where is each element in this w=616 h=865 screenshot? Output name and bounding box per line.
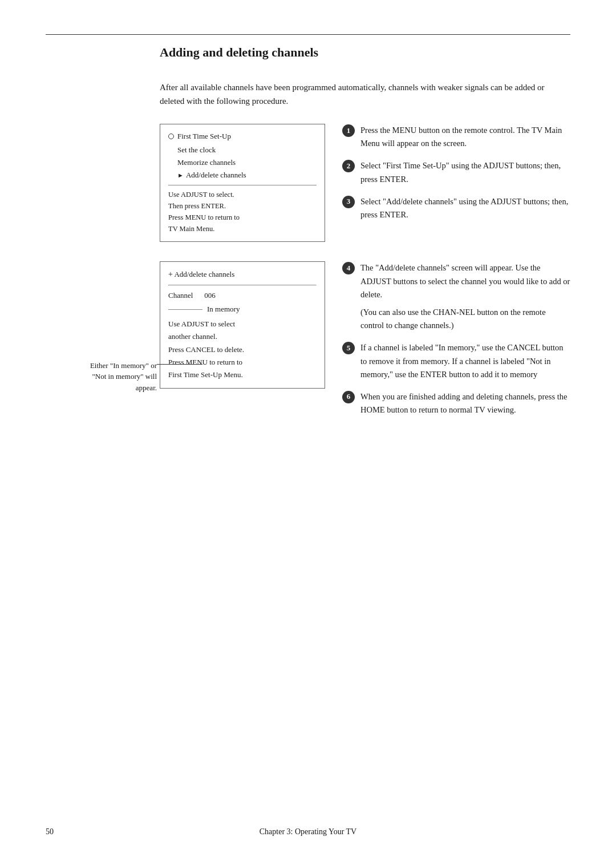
screen1-box: First Time Set-Up Set the clock Memorize… bbox=[160, 124, 325, 242]
screen2-box: + Add/delete channels Channel 006 In mem… bbox=[160, 261, 325, 388]
arrow-icon: ► bbox=[177, 170, 184, 181]
page-title: Adding and deleting channels bbox=[160, 45, 570, 60]
screen1-instructions: Use ADJUST to select. Then press ENTER. … bbox=[168, 189, 317, 235]
step-text-6: When you are finished adding and deletin… bbox=[360, 390, 570, 417]
menu-item-add-delete: ► Add/delete channels bbox=[168, 169, 317, 181]
memory-line bbox=[168, 309, 202, 310]
section-2: + Add/delete channels Channel 006 In mem… bbox=[160, 261, 570, 426]
step-text-5: If a channel is labeled "In memory," use… bbox=[360, 341, 570, 381]
memory-row: In memory bbox=[168, 303, 317, 316]
annotation-wrapper: + Add/delete channels Channel 006 In mem… bbox=[160, 261, 325, 388]
step-text-4: The "Add/delete channels" screen will ap… bbox=[360, 261, 570, 332]
step-5: 5 If a channel is labeled "In memory," u… bbox=[342, 341, 570, 381]
footer-center: Chapter 3: Operating Your TV bbox=[260, 827, 356, 836]
annotation-text: Either "In memory" or"Not in memory" wil… bbox=[71, 360, 157, 394]
content-area: Adding and deleting channels After all a… bbox=[160, 45, 570, 442]
page-number: 50 bbox=[46, 827, 54, 836]
box-divider bbox=[168, 285, 317, 286]
top-rule bbox=[46, 34, 570, 35]
screen2-instructions: Use ADJUST to select another channel. Pr… bbox=[168, 318, 317, 381]
menu-item-set-clock: Set the clock bbox=[168, 144, 317, 156]
screen1-title: First Time Set-Up bbox=[168, 130, 317, 143]
step-4: 4 The "Add/delete channels" screen will … bbox=[342, 261, 570, 332]
screen1-column: First Time Set-Up Set the clock Memorize… bbox=[160, 124, 325, 245]
screen2-title: + Add/delete channels bbox=[168, 268, 317, 281]
annotation-line bbox=[157, 364, 202, 365]
step-2: 2 Select "First Time Set-Up" using the A… bbox=[342, 159, 570, 185]
step-text-3: Select "Add/delete channels" using the A… bbox=[360, 195, 570, 221]
section-1: First Time Set-Up Set the clock Memorize… bbox=[160, 124, 570, 245]
step-1: 1 Press the MENU button on the remote co… bbox=[342, 124, 570, 150]
step-num-5: 5 bbox=[342, 342, 355, 354]
step-6: 6 When you are finished adding and delet… bbox=[342, 390, 570, 417]
chapter-label: Chapter 3: Operating Your TV bbox=[260, 827, 356, 836]
step-3: 3 Select "Add/delete channels" using the… bbox=[342, 195, 570, 221]
screen2-column: + Add/delete channels Channel 006 In mem… bbox=[160, 261, 325, 426]
step-num-2: 2 bbox=[342, 160, 355, 172]
menu-item-memorize: Memorize channels bbox=[168, 156, 317, 169]
step-num-3: 3 bbox=[342, 196, 355, 208]
page: Adding and deleting channels After all a… bbox=[0, 0, 616, 865]
steps-4-6: 4 The "Add/delete channels" screen will … bbox=[342, 261, 570, 426]
intro-paragraph: After all available channels have been p… bbox=[160, 80, 548, 108]
channel-row: Channel 006 bbox=[168, 289, 317, 302]
screen2-with-annotation: + Add/delete channels Channel 006 In mem… bbox=[160, 261, 325, 388]
circle-icon bbox=[168, 134, 174, 139]
step-text-1: Press the MENU button on the remote cont… bbox=[360, 124, 570, 150]
step-num-6: 6 bbox=[342, 391, 355, 403]
step-4-note: (You can also use the CHAN-NEL button on… bbox=[360, 306, 570, 332]
step-num-4: 4 bbox=[342, 262, 355, 274]
divider-line bbox=[168, 185, 317, 185]
steps-1-3: 1 Press the MENU button on the remote co… bbox=[342, 124, 570, 245]
step-text-2: Select "First Time Set-Up" using the ADJ… bbox=[360, 159, 570, 185]
step-num-1: 1 bbox=[342, 124, 355, 137]
plus-icon: + bbox=[168, 270, 173, 278]
